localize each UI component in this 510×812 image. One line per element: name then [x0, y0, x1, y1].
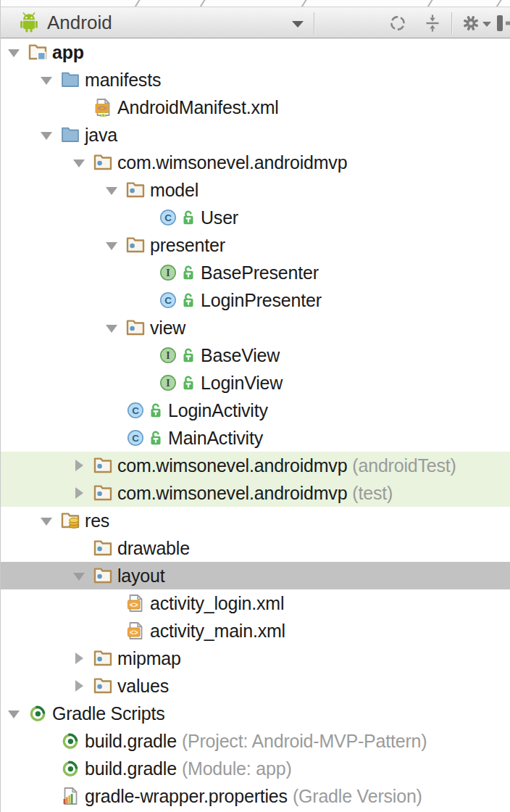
arrow-slot [70, 149, 93, 176]
tree-row[interactable]: java [1, 121, 510, 149]
tree-item-label: LoginView [201, 373, 283, 394]
collapse-arrow-icon[interactable] [75, 487, 83, 499]
tree-row[interactable]: com.wimsonevel.androidmvp [1, 149, 510, 176]
expand-arrow-icon[interactable] [41, 518, 52, 526]
hide-panel-icon [495, 24, 510, 35]
public-lock-icon [181, 263, 196, 282]
tree-row[interactable]: CMainActivity [1, 424, 510, 452]
tree-row[interactable]: IBasePresenter [1, 259, 510, 286]
tree-row[interactable]: app [1, 38, 510, 66]
chevron-down-icon [292, 21, 304, 28]
tree-item-label: MainActivity [168, 428, 263, 449]
tree-item-label: BasePresenter [201, 262, 319, 283]
tree-row[interactable]: <>AndroidManifest.xml [1, 94, 510, 121]
settings-button[interactable] [461, 14, 493, 33]
tree-item-label: com.wimsonevel.androidmvp [117, 455, 347, 476]
tree-row[interactable]: ILoginView [1, 369, 510, 397]
tree-row[interactable]: drawable [1, 534, 510, 562]
gradle-icon [28, 704, 47, 723]
interface-icon: I [159, 346, 177, 365]
arrow-slot [103, 589, 126, 617]
expand-arrow-icon[interactable] [73, 573, 85, 581]
tab-separator [427, 0, 433, 7]
arrow-slot [38, 782, 61, 810]
gradle-icon [61, 732, 80, 750]
tree-row[interactable]: build.gradle(Project: Android-MVP-Patter… [1, 727, 510, 755]
package-folder-icon [126, 318, 145, 337]
package-folder-icon [93, 456, 112, 475]
tree-item-label: com.wimsonevel.androidmvp [117, 152, 347, 173]
package-folder-icon [93, 566, 112, 585]
tree-row[interactable]: com.wimsonevel.androidmvp(test) [1, 479, 510, 507]
public-lock-icon [149, 428, 163, 447]
project-tree: appmanifests<>AndroidManifest.xmljavacom… [1, 38, 510, 812]
tree-row[interactable]: CLoginActivity [1, 397, 510, 424]
package-folder-icon [126, 236, 145, 254]
arrow-slot [135, 369, 159, 397]
tree-item-label: mipmap [117, 648, 181, 669]
tree-item-label: layout [117, 566, 165, 587]
collapse-all-icon [423, 24, 442, 35]
expand-arrow-icon[interactable] [106, 187, 117, 195]
collapse-arrow-icon[interactable] [75, 680, 83, 692]
file-xml-icon: <> [126, 594, 145, 613]
tree-row[interactable]: Gradle Scripts [1, 700, 510, 727]
arrow-slot [5, 38, 28, 66]
package-folder-icon [93, 484, 112, 502]
view-selector-dropdown[interactable]: Android [1, 7, 314, 38]
collapse-arrow-icon[interactable] [75, 652, 83, 664]
tree-row[interactable]: <>activity_login.xml [1, 589, 510, 617]
arrow-slot [135, 341, 159, 369]
tree-row[interactable]: com.wimsonevel.androidmvp(androidTest) [1, 452, 510, 479]
tree-row[interactable]: gradle-wrapper.properties(Gradle Version… [1, 782, 510, 810]
public-lock-icon [181, 208, 196, 227]
public-lock-icon [181, 373, 196, 392]
expand-arrow-icon[interactable] [8, 49, 20, 57]
expand-arrow-icon[interactable] [106, 325, 117, 333]
class-icon: C [159, 208, 177, 227]
tree-row[interactable]: model [1, 176, 510, 204]
tree-row[interactable]: presenter [1, 231, 510, 259]
svg-text:C: C [164, 212, 172, 223]
file-xml-icon: <> [126, 621, 145, 640]
expand-arrow-icon[interactable] [41, 132, 52, 140]
public-lock-icon [181, 346, 196, 365]
svg-text:<>: <> [98, 104, 106, 112]
tree-row[interactable]: <>activity_main.xml [1, 617, 510, 645]
tree-item-suffix: (Project: Android-MVP-Pattern) [182, 731, 427, 752]
tree-item-label: values [117, 676, 169, 697]
res-folder-icon [61, 511, 80, 530]
collapse-arrow-icon[interactable] [75, 460, 83, 471]
tree-row[interactable]: view [1, 314, 510, 341]
collapse-all-button[interactable] [423, 14, 442, 33]
tree-row[interactable]: build.gradle(Module: app) [1, 755, 510, 782]
tree-row[interactable]: mipmap [1, 645, 510, 672]
android-logo-icon [18, 12, 40, 33]
tree-row[interactable]: layout [1, 562, 510, 589]
svg-text:I: I [166, 268, 170, 278]
expand-arrow-icon[interactable] [73, 160, 85, 167]
locate-button[interactable] [388, 14, 407, 33]
public-lock-icon [181, 291, 196, 310]
tree-row[interactable]: res [1, 507, 510, 534]
expand-arrow-icon[interactable] [8, 710, 20, 718]
public-lock-icon [149, 401, 163, 420]
gear-icon [461, 14, 480, 35]
package-folder-icon [93, 649, 112, 668]
tree-row[interactable]: IBaseView [1, 341, 510, 369]
tree-row[interactable]: values [1, 672, 510, 700]
arrow-slot [135, 259, 159, 286]
class-icon: C [126, 401, 145, 420]
tree-row[interactable]: manifests [1, 66, 510, 94]
tree-row[interactable]: CLoginPresenter [1, 286, 510, 314]
expand-arrow-icon[interactable] [41, 77, 52, 85]
tree-row[interactable]: CUser [1, 204, 510, 231]
tree-item-suffix: (test) [352, 483, 393, 504]
toolbar-divider [314, 12, 314, 34]
expand-arrow-icon[interactable] [106, 242, 117, 250]
hide-panel-button[interactable] [495, 14, 510, 33]
file-properties-icon [61, 787, 80, 805]
arrow-slot [38, 121, 61, 149]
tree-item-label: java [85, 125, 117, 146]
tree-item-label: presenter [150, 235, 225, 256]
